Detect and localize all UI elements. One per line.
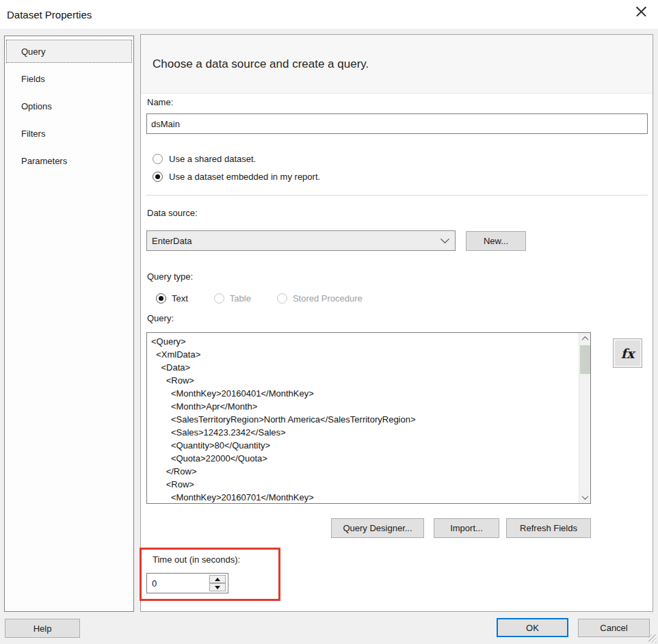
radio-label: Text	[172, 293, 188, 304]
scroll-down-icon[interactable]	[579, 492, 591, 503]
query-editor[interactable]: <Query> <XmlData> <Data> <Row> <MonthKey…	[146, 332, 591, 504]
query-type-radio-group: Text Table Stored Procedure	[156, 291, 363, 306]
scroll-up-icon[interactable]	[579, 333, 591, 345]
sidebar-item-parameters[interactable]: Parameters	[6, 149, 132, 172]
page-heading-band: Choose a data source and create a query.	[141, 35, 653, 94]
radio-disabled-icon	[214, 293, 224, 304]
page-heading: Choose a data source and create a query.	[153, 57, 369, 71]
pages-sidebar: Query Fields Options Filters Parameters	[4, 36, 134, 612]
close-icon[interactable]	[630, 1, 652, 22]
dataset-properties-dialog: Dataset Properties Query Fields Options …	[0, 0, 658, 644]
sidebar-item-options[interactable]: Options	[6, 94, 132, 118]
name-label: Name:	[147, 97, 173, 107]
query-label: Query:	[147, 313, 174, 323]
radio-query-type-stored-procedure: Stored Procedure	[277, 291, 363, 306]
timeout-input[interactable]	[148, 574, 207, 592]
scrollbar-thumb[interactable]	[580, 345, 590, 374]
triangle-down-glyph	[215, 586, 220, 589]
refresh-fields-button[interactable]: Refresh Fields	[506, 518, 591, 538]
radio-use-shared-dataset[interactable]: Use a shared dataset.	[153, 151, 256, 166]
resize-grip[interactable]	[648, 634, 657, 643]
radio-label: Stored Procedure	[293, 293, 363, 304]
dataset-name-input[interactable]	[146, 113, 648, 134]
data-source-label: Data source:	[147, 208, 198, 218]
radio-disabled-icon	[277, 293, 287, 304]
data-source-dropdown[interactable]: EnterData	[146, 230, 456, 251]
help-button[interactable]: Help	[5, 619, 80, 638]
spinner-up-icon[interactable]	[209, 575, 226, 583]
sidebar-item-fields[interactable]: Fields	[6, 67, 132, 90]
query-text[interactable]: <Query> <XmlData> <Data> <Row> <MonthKey…	[147, 333, 590, 504]
expression-fx-button[interactable]: fx	[613, 338, 642, 368]
ok-button[interactable]: OK	[497, 618, 568, 637]
sidebar-item-filters[interactable]: Filters	[6, 122, 132, 145]
cancel-button[interactable]: Cancel	[578, 619, 650, 637]
query-type-label: Query type:	[147, 271, 193, 282]
radio-label: Table	[230, 293, 251, 304]
radio-checked-icon	[153, 172, 163, 182]
sidebar-item-query[interactable]: Query	[6, 40, 132, 63]
query-scrollbar[interactable]	[579, 333, 590, 503]
query-designer-button[interactable]: Query Designer...	[331, 518, 424, 538]
new-data-source-button[interactable]: New...	[466, 231, 526, 251]
query-page-panel: Choose a data source and create a query.…	[140, 34, 653, 612]
triangle-up-glyph	[215, 578, 220, 581]
spinner-down-icon[interactable]	[209, 583, 226, 591]
radio-use-embedded-dataset[interactable]: Use a dataset embedded in my report.	[153, 169, 320, 184]
radio-query-type-text[interactable]: Text	[156, 291, 188, 306]
dialog-title: Dataset Properties	[7, 0, 92, 29]
import-button[interactable]: Import...	[434, 518, 499, 538]
radio-query-type-table: Table	[214, 291, 251, 306]
radio-label: Use a dataset embedded in my report.	[169, 172, 320, 182]
data-source-selected-value: EnterData	[152, 236, 442, 246]
chevron-down-icon	[440, 234, 449, 243]
radio-checked-icon	[156, 293, 166, 304]
radio-unchecked-icon	[153, 154, 163, 164]
radio-label: Use a shared dataset.	[169, 154, 256, 164]
timeout-label: Time out (in seconds):	[153, 554, 240, 565]
section-divider	[146, 195, 648, 196]
chevron-up-glyph	[582, 336, 589, 343]
chevron-down-glyph	[582, 493, 589, 500]
title-bar: Dataset Properties	[0, 0, 658, 29]
timeout-spinner	[146, 573, 228, 593]
